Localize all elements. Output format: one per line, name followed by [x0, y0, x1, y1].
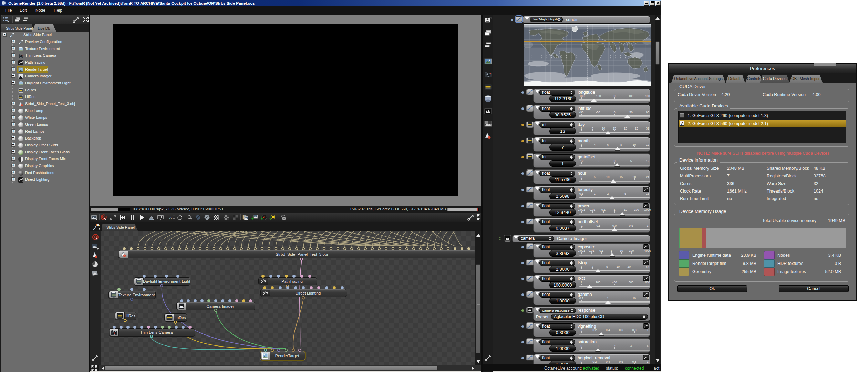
svg-text:AF: AF	[169, 216, 174, 219]
